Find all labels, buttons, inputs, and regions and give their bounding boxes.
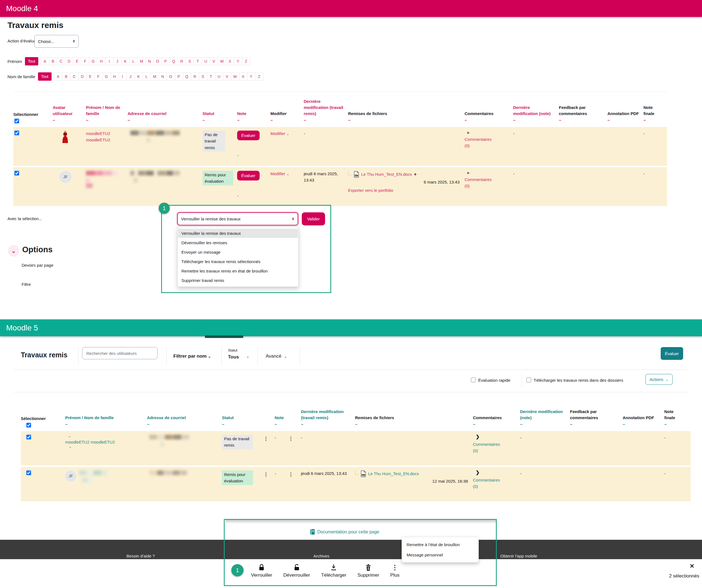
- col-avatar[interactable]: Avatar utilisateur: [53, 105, 82, 117]
- letter-filter-K[interactable]: K: [121, 57, 129, 65]
- bulk-action-option[interactable]: Envoyer un message: [178, 248, 298, 257]
- letter-filter-D[interactable]: D: [65, 57, 73, 65]
- letter-filter-Y[interactable]: Y: [247, 72, 255, 81]
- col-name[interactable]: Prénom / Nom de famille: [86, 105, 124, 117]
- letter-filter-X[interactable]: X: [226, 57, 234, 65]
- hide-column-icon[interactable]: −: [270, 117, 300, 123]
- comments-link[interactable]: Commentaires(0): [473, 441, 516, 454]
- letter-filter-N[interactable]: N: [159, 72, 167, 81]
- letter-filter-P[interactable]: P: [175, 72, 183, 81]
- student-name-link[interactable]: moodleETU2 moodleETU2: [86, 131, 110, 142]
- letter-filter-D[interactable]: D: [78, 72, 87, 81]
- letter-filter-U[interactable]: U: [202, 57, 210, 65]
- grading-action-select[interactable]: Choisir...: [34, 35, 79, 48]
- letter-filter-J[interactable]: J: [126, 72, 135, 81]
- kebab-menu-icon[interactable]: ⋮: [288, 471, 293, 478]
- edit-menu-link[interactable]: Modifier ⌄: [270, 171, 289, 176]
- bulk-action-option[interactable]: Déverrouiller les remises: [178, 238, 298, 247]
- grade-button[interactable]: Évaluer: [237, 171, 260, 180]
- row-select-checkbox[interactable]: [14, 131, 19, 135]
- expand-comments-icon[interactable]: ❯: [476, 433, 516, 441]
- hide-column-icon[interactable]: −: [644, 117, 663, 123]
- letter-filter-V[interactable]: V: [210, 57, 218, 65]
- letter-filter-K[interactable]: K: [134, 72, 143, 81]
- col-last-modified-grade[interactable]: Dernière modification (note): [520, 409, 566, 421]
- grade-button[interactable]: Évaluer: [237, 131, 260, 140]
- letter-filter-B[interactable]: B: [62, 72, 71, 81]
- bulk-action-option[interactable]: Remettre les travaux remis en état de br…: [178, 266, 298, 276]
- letter-filter-S[interactable]: S: [199, 72, 207, 81]
- letter-filter-I[interactable]: I: [118, 72, 127, 81]
- hide-column-icon[interactable]: −: [128, 117, 199, 123]
- letter-filter-S[interactable]: S: [186, 57, 194, 65]
- letter-filter-X[interactable]: X: [239, 72, 247, 81]
- letter-filter-M[interactable]: M: [137, 57, 146, 65]
- submission-file-link[interactable]: Le Thu Hum_Test_EN.docx: [368, 471, 419, 477]
- letter-filter-Z[interactable]: Z: [255, 72, 263, 81]
- letter-filter-A[interactable]: A: [54, 72, 63, 81]
- letter-filter-T[interactable]: T: [194, 57, 202, 65]
- submission-file-link[interactable]: Le Thu Hum_Test_EN.docx: [361, 171, 412, 178]
- hide-column-icon[interactable]: −: [513, 117, 555, 123]
- kebab-menu-icon[interactable]: ⋮: [288, 435, 293, 442]
- letter-filter-J[interactable]: J: [113, 57, 121, 65]
- letter-filter-Z[interactable]: Z: [242, 57, 250, 65]
- hide-column-icon[interactable]: −: [274, 421, 284, 428]
- plus-icon[interactable]: +: [414, 171, 417, 178]
- expand-comments-icon[interactable]: ▶: [467, 130, 509, 135]
- download-folders-checkbox[interactable]: [526, 378, 531, 382]
- letter-filter-E[interactable]: E: [86, 72, 95, 81]
- letter-filter-F[interactable]: F: [94, 72, 103, 81]
- letter-filter-H[interactable]: H: [97, 57, 105, 65]
- letter-filter-C[interactable]: C: [57, 57, 65, 65]
- letter-filter-I[interactable]: I: [105, 57, 113, 65]
- select-all-checkbox[interactable]: [26, 423, 31, 428]
- col-email[interactable]: Adresse de courriel: [147, 415, 218, 421]
- letter-filter-W[interactable]: W: [231, 72, 239, 81]
- search-input[interactable]: [82, 347, 157, 359]
- letter-filter-R[interactable]: R: [178, 57, 186, 65]
- col-last-modified-submission[interactable]: Dernière modification (travail remis): [301, 409, 351, 421]
- letter-filter-Q[interactable]: Q: [169, 57, 178, 65]
- letter-filter-O[interactable]: O: [153, 57, 162, 65]
- hide-column-icon[interactable]: −: [465, 117, 509, 123]
- grade-button-m5[interactable]: Évaluer: [661, 347, 683, 360]
- firstname-all-button[interactable]: Tout: [25, 57, 38, 65]
- col-grade[interactable]: Note: [237, 111, 266, 117]
- student-name-link[interactable]: moodleETU2 moodleETU2: [65, 440, 115, 444]
- letter-filter-H[interactable]: H: [110, 72, 119, 81]
- col-grade[interactable]: Note: [274, 415, 284, 421]
- status-filter-value[interactable]: Tous: [228, 354, 239, 360]
- kebab-menu-icon[interactable]: ⋮: [263, 435, 268, 442]
- letter-filter-G[interactable]: G: [89, 57, 97, 65]
- hide-column-icon[interactable]: −: [301, 421, 351, 428]
- letter-filter-P[interactable]: P: [161, 57, 170, 65]
- letter-filter-B[interactable]: B: [49, 57, 57, 65]
- hide-column-icon[interactable]: −: [623, 421, 661, 428]
- portfolio-export-link[interactable]: Exporter vers le portfolio: [348, 187, 393, 194]
- col-email[interactable]: Adresse de courriel: [128, 111, 199, 117]
- comments-link[interactable]: Commentaires(0): [465, 136, 509, 149]
- row-select-checkbox[interactable]: [26, 470, 31, 475]
- letter-filter-O[interactable]: O: [167, 72, 175, 81]
- col-status[interactable]: Statut: [203, 111, 233, 117]
- hide-column-icon[interactable]: −: [304, 117, 344, 123]
- letter-filter-U[interactable]: U: [215, 72, 223, 81]
- hide-column-icon[interactable]: −: [86, 117, 124, 123]
- hide-column-icon[interactable]: −: [355, 421, 469, 428]
- hide-column-icon[interactable]: −: [237, 117, 266, 123]
- letter-filter-R[interactable]: R: [191, 72, 199, 81]
- hide-column-icon[interactable]: −: [348, 117, 461, 123]
- letter-filter-N[interactable]: N: [145, 57, 154, 65]
- row-select-checkbox[interactable]: [26, 435, 31, 439]
- bulk-action-select[interactable]: Verrouiller la remise des travaux: [177, 212, 298, 226]
- letter-filter-V[interactable]: V: [223, 72, 231, 81]
- letter-filter-L[interactable]: L: [142, 72, 151, 81]
- row-select-checkbox[interactable]: [14, 171, 19, 175]
- letter-filter-G[interactable]: G: [102, 72, 111, 81]
- col-name[interactable]: Prénom / Nom de famille: [65, 415, 143, 421]
- hide-column-icon[interactable]: −: [559, 117, 603, 123]
- hide-column-icon[interactable]: −: [203, 117, 233, 123]
- col-last-modified-grade[interactable]: Dernière modification (note): [513, 105, 555, 117]
- bulk-action-option[interactable]: Supprimer travail remis: [178, 276, 298, 285]
